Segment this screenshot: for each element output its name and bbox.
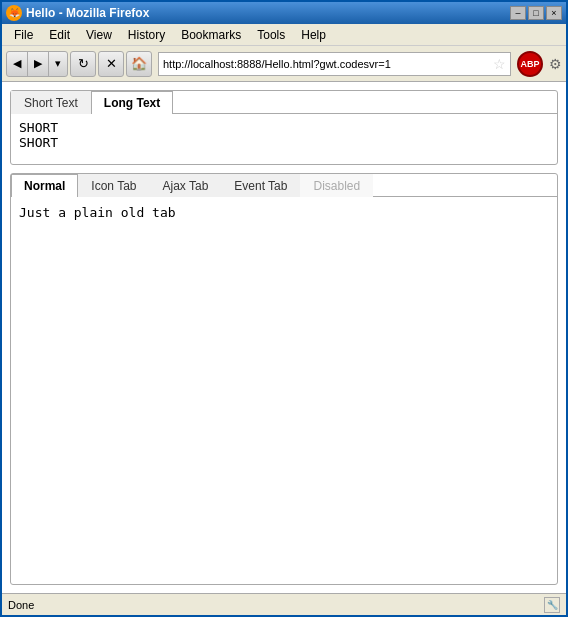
address-input[interactable] bbox=[163, 58, 491, 70]
tab-short-text[interactable]: Short Text bbox=[11, 91, 91, 114]
normal-tab-text: Just a plain old tab bbox=[19, 205, 176, 220]
tab-event-tab[interactable]: Event Tab bbox=[221, 174, 300, 197]
upper-tab-content: SHORT SHORT bbox=[11, 114, 557, 164]
back-button[interactable]: ◀ bbox=[7, 52, 27, 76]
content-line-1: SHORT bbox=[19, 120, 549, 135]
restore-button[interactable]: □ bbox=[528, 6, 544, 20]
page-content: Short Text Long Text SHORT SHORT Normal … bbox=[2, 82, 566, 593]
menu-bar: File Edit View History Bookmarks Tools H… bbox=[2, 24, 566, 46]
firefox-icon: 🦊 bbox=[6, 5, 22, 21]
menu-history[interactable]: History bbox=[120, 26, 173, 44]
forward-button[interactable]: ▶ bbox=[28, 52, 48, 76]
status-bar: Done 🔧 bbox=[2, 593, 566, 615]
tab-icon-tab[interactable]: Icon Tab bbox=[78, 174, 149, 197]
window-title: Hello - Mozilla Firefox bbox=[26, 6, 149, 20]
minimize-button[interactable]: – bbox=[510, 6, 526, 20]
toolbar: ◀ ▶ ▾ ↻ ✕ 🏠 ☆ ABP ⚙ bbox=[2, 46, 566, 82]
menu-file[interactable]: File bbox=[6, 26, 41, 44]
nav-button-group: ◀ ▶ ▾ bbox=[6, 51, 68, 77]
tab-disabled: Disabled bbox=[300, 174, 373, 197]
nav-dropdown-button[interactable]: ▾ bbox=[49, 52, 67, 76]
lower-tab-panel: Normal Icon Tab Ajax Tab Event Tab Disab… bbox=[10, 173, 558, 585]
close-button[interactable]: × bbox=[546, 6, 562, 20]
menu-help[interactable]: Help bbox=[293, 26, 334, 44]
title-bar: 🦊 Hello - Mozilla Firefox – □ × bbox=[2, 2, 566, 24]
status-text: Done bbox=[8, 599, 34, 611]
upper-tab-bar: Short Text Long Text bbox=[11, 91, 557, 114]
bookmark-star-icon[interactable]: ☆ bbox=[493, 56, 506, 72]
status-icon: 🔧 bbox=[544, 597, 560, 613]
abp-button[interactable]: ABP bbox=[517, 51, 543, 77]
stop-button[interactable]: ✕ bbox=[98, 51, 124, 77]
menu-view[interactable]: View bbox=[78, 26, 120, 44]
content-line-2: SHORT bbox=[19, 135, 549, 150]
menu-tools[interactable]: Tools bbox=[249, 26, 293, 44]
title-bar-left: 🦊 Hello - Mozilla Firefox bbox=[6, 5, 149, 21]
browser-window: 🦊 Hello - Mozilla Firefox – □ × File Edi… bbox=[0, 0, 568, 617]
home-button[interactable]: 🏠 bbox=[126, 51, 152, 77]
tab-long-text[interactable]: Long Text bbox=[91, 91, 173, 114]
lower-tab-content: Just a plain old tab bbox=[11, 197, 557, 584]
refresh-button[interactable]: ↻ bbox=[70, 51, 96, 77]
menu-bookmarks[interactable]: Bookmarks bbox=[173, 26, 249, 44]
menu-edit[interactable]: Edit bbox=[41, 26, 78, 44]
window-controls: – □ × bbox=[510, 6, 562, 20]
gear-icon[interactable]: ⚙ bbox=[549, 56, 562, 72]
upper-tab-panel: Short Text Long Text SHORT SHORT bbox=[10, 90, 558, 165]
tab-ajax-tab[interactable]: Ajax Tab bbox=[150, 174, 222, 197]
address-bar: ☆ bbox=[158, 52, 511, 76]
lower-tab-bar: Normal Icon Tab Ajax Tab Event Tab Disab… bbox=[11, 174, 557, 197]
tab-normal[interactable]: Normal bbox=[11, 174, 78, 197]
